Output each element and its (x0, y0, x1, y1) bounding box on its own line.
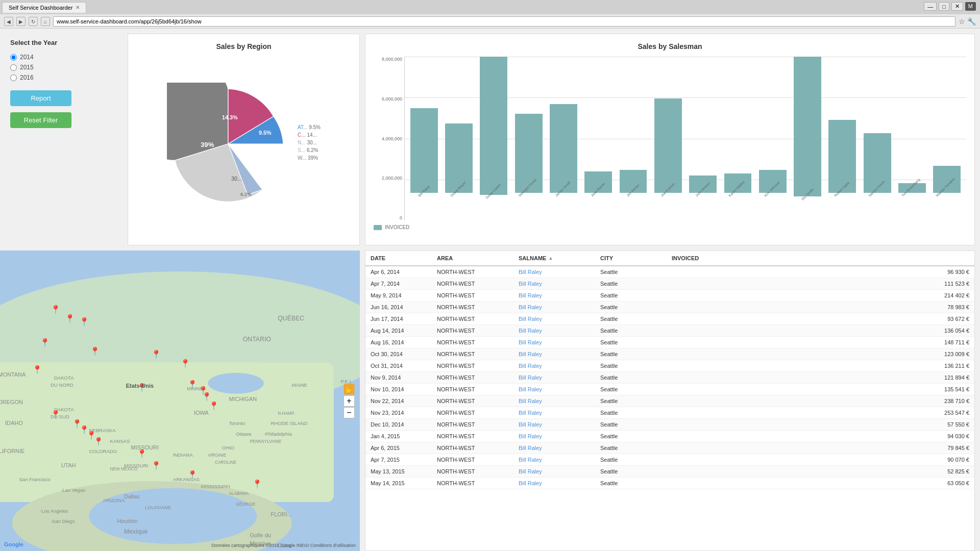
map-pin[interactable]: 📍 (79, 317, 89, 327)
cell-salname[interactable]: Bill Raley (519, 328, 600, 334)
table-row: Nov 10, 2014 NORTH-WEST Bill Raley Seatt… (365, 384, 974, 395)
map-pin[interactable]: 📍 (65, 314, 75, 323)
cell-salname[interactable]: Bill Raley (519, 351, 600, 357)
map-pin[interactable]: 📍 (32, 365, 42, 374)
cell-invoiced: 136 054 € (672, 328, 969, 334)
table-body[interactable]: Apr 6, 2014 NORTH-WEST Bill Raley Seattl… (365, 266, 974, 550)
legend-item-c: C... 14... (298, 132, 321, 138)
cell-salname[interactable]: Bill Raley (519, 398, 600, 404)
year-2016-radio[interactable] (10, 74, 17, 81)
map-pin[interactable]: 📍 (252, 479, 262, 489)
cell-city: Seattle (600, 468, 672, 474)
back-button[interactable]: ◀ (4, 17, 13, 26)
cell-salname[interactable]: Bill Raley (519, 421, 600, 428)
pie-chart-legend: AT... 9.5% C... 14... N... 30... S... 6.… (298, 124, 321, 163)
cell-city: Seattle (600, 328, 672, 334)
drag-icon[interactable]: ✋ (344, 384, 355, 395)
cell-salname[interactable]: Bill Raley (519, 480, 600, 486)
report-button[interactable]: Report (10, 90, 71, 106)
cell-salname[interactable]: Bill Raley (519, 410, 600, 416)
col-invoiced: INVOICED (672, 255, 969, 261)
bar-group: Bill Raley (407, 57, 441, 220)
cell-invoiced: 63 050 € (672, 480, 969, 486)
map-panel[interactable]: ONTARIO QUÉBEC MONTANA DAKOTA DU NORD DA… (0, 251, 360, 551)
cell-date: Oct 31, 2014 (371, 363, 437, 369)
cell-date: Jun 16, 2014 (371, 304, 437, 310)
cell-salname[interactable]: Bill Raley (519, 374, 600, 381)
cell-city: Seattle (600, 374, 672, 381)
user-badge: M (965, 2, 976, 11)
year-filter-title: Select the Year (10, 39, 117, 46)
home-button[interactable]: ⌂ (41, 17, 50, 26)
map-pin[interactable]: 📍 (90, 346, 100, 356)
map-pin[interactable]: 📍 (180, 359, 190, 368)
map-pin[interactable]: 📍 (137, 449, 147, 459)
cell-city: Seattle (600, 363, 672, 369)
extension-icon[interactable]: 🔧 (967, 17, 976, 26)
map-pin[interactable]: 📍 (187, 380, 198, 389)
map-pin[interactable]: 📍 (151, 349, 161, 359)
zoom-in-button[interactable]: + (344, 395, 355, 407)
cell-salname[interactable]: Bill Raley (519, 363, 600, 369)
active-tab[interactable]: Self Service Dashboarder ✕ (2, 2, 86, 13)
bookmark-icon[interactable]: ☆ (959, 17, 965, 26)
tab-close-button[interactable]: ✕ (76, 5, 80, 10)
map-pin[interactable]: 📍 (51, 410, 61, 419)
year-2014-option[interactable]: 2014 (10, 54, 117, 61)
data-table-panel: DATE AREA SALNAME ▲ CITY INVOICED Apr 6,… (365, 251, 975, 551)
cell-salname[interactable]: Bill Raley (519, 386, 600, 392)
cell-salname[interactable]: Bill Raley (519, 269, 600, 275)
cell-date: Aug 16, 2014 (371, 339, 437, 345)
table-row: Apr 7, 2014 NORTH-WEST Bill Raley Seattl… (365, 278, 974, 290)
reset-filter-button[interactable]: Reset Filter (10, 112, 71, 128)
cell-date: Jun 17, 2014 (371, 316, 437, 322)
cell-salname[interactable]: Bill Raley (519, 316, 600, 322)
cell-salname[interactable]: Bill Raley (519, 457, 600, 463)
cell-salname[interactable]: Bill Raley (519, 433, 600, 439)
cell-invoiced: 94 030 € (672, 433, 969, 439)
year-2016-option[interactable]: 2016 (10, 74, 117, 81)
maximize-button[interactable]: □ (939, 2, 949, 11)
cell-salname[interactable]: Bill Raley (519, 292, 600, 298)
col-salname[interactable]: SALNAME ▲ (519, 255, 600, 261)
minimize-button[interactable]: — (924, 2, 937, 11)
year-2015-radio[interactable] (10, 64, 17, 71)
cell-salname[interactable]: Bill Raley (519, 468, 600, 474)
bar (515, 114, 543, 193)
map-pin[interactable]: 📍 (51, 305, 61, 314)
url-input[interactable] (53, 16, 955, 27)
year-2015-option[interactable]: 2015 (10, 64, 117, 71)
bar-group: Jean Martin (581, 57, 616, 220)
forward-button[interactable]: ▶ (16, 17, 26, 26)
map-background: ONTARIO QUÉBEC MONTANA DAKOTA DU NORD DA… (0, 251, 360, 551)
cell-salname[interactable]: Bill Raley (519, 304, 600, 310)
cell-date: Nov 9, 2014 (371, 374, 437, 381)
legend-at-label: AT... (298, 124, 307, 130)
zoom-out-button[interactable]: − (344, 407, 355, 418)
bar-group: Karen Walker (721, 57, 755, 220)
map-pin[interactable]: 📍 (209, 401, 219, 411)
bar (794, 57, 821, 196)
close-window-button[interactable]: ✕ (951, 2, 963, 11)
table-row: May 13, 2015 NORTH-WEST Bill Raley Seatt… (365, 466, 974, 478)
reload-button[interactable]: ↻ (29, 17, 38, 26)
table-row: Jun 16, 2014 NORTH-WEST Bill Raley Seatt… (365, 302, 974, 313)
cell-salname[interactable]: Bill Raley (519, 281, 600, 287)
bar (480, 57, 507, 195)
col-date: DATE (371, 255, 437, 261)
cell-salname[interactable]: Bill Raley (519, 445, 600, 451)
map-pin[interactable]: 📍 (202, 392, 212, 402)
cell-salname[interactable]: Bill Raley (519, 339, 600, 345)
cell-date: Apr 7, 2014 (371, 281, 437, 287)
cell-date: May 9, 2014 (371, 292, 437, 298)
map-pin[interactable]: 📍 (40, 338, 50, 347)
bar-group: Kim Johnson (755, 57, 790, 220)
map-pin[interactable]: 📍 (187, 470, 198, 480)
year-2014-radio[interactable] (10, 54, 17, 61)
bar (410, 108, 438, 193)
map-pin[interactable]: 📍 (151, 461, 161, 470)
col-city: CITY (600, 255, 672, 261)
bar-chart-title: Sales by Salesman (374, 42, 966, 51)
map-pin[interactable]: 📍 (93, 437, 104, 446)
cell-date: Nov 23, 2014 (371, 410, 437, 416)
